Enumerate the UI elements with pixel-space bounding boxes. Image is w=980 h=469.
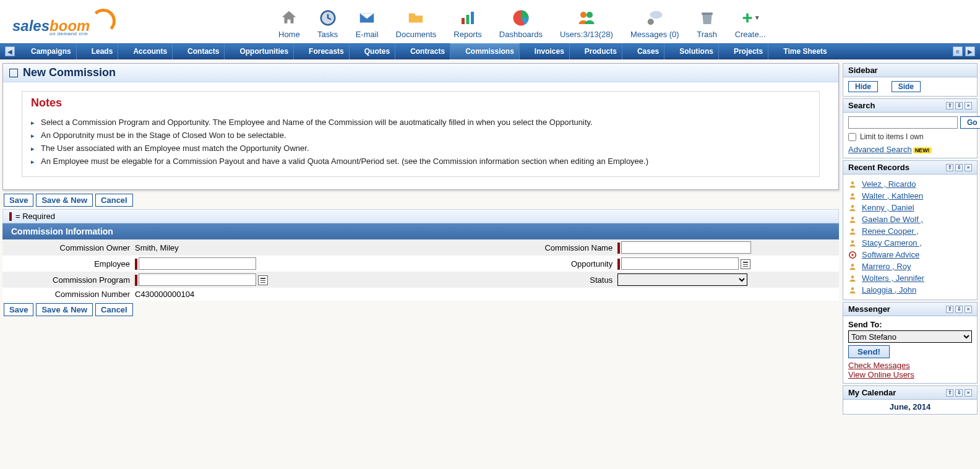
- recent-record-link[interactable]: Renee Cooper ,: [862, 226, 919, 236]
- limit-checkbox[interactable]: [848, 133, 856, 141]
- number-value: C430000000104: [132, 288, 355, 301]
- panel-pin-icon[interactable]: ⇩: [955, 306, 963, 313]
- recent-record-link[interactable]: Kenny , Daniel: [862, 203, 914, 212]
- recent-record-link[interactable]: Gaelan De Wolf ,: [862, 215, 923, 224]
- panel-up-icon[interactable]: ⇧: [946, 164, 953, 171]
- recent-record-link[interactable]: Velez , Ricardo: [862, 179, 916, 189]
- commission-name-input[interactable]: [621, 241, 751, 254]
- save-new-button[interactable]: Save & New: [36, 303, 93, 316]
- go-button[interactable]: Go: [960, 116, 980, 129]
- tab-opportunities[interactable]: Opportunities: [224, 43, 293, 59]
- recent-record-link[interactable]: Stacy Cameron ,: [862, 238, 922, 247]
- reports-icon: [457, 7, 478, 28]
- sidebar-search-title-text: Search: [848, 101, 875, 110]
- panel-close-icon[interactable]: ×: [965, 164, 972, 171]
- recent-record-item[interactable]: Laloggia , John: [848, 284, 972, 296]
- tab-time-sheets[interactable]: Time Sheets: [768, 43, 832, 59]
- nav-create[interactable]: ▼Create...: [735, 7, 766, 39]
- check-messages-link[interactable]: Check Messages: [848, 361, 972, 370]
- hide-button[interactable]: Hide: [848, 81, 878, 92]
- tab-invoices[interactable]: Invoices: [519, 43, 569, 59]
- program-lookup-icon[interactable]: [258, 275, 268, 285]
- status-select[interactable]: [617, 273, 747, 286]
- panel-up-icon[interactable]: ⇧: [946, 102, 953, 110]
- search-input[interactable]: [848, 116, 958, 129]
- recent-record-item[interactable]: Software Advice: [848, 249, 972, 260]
- tab-cases[interactable]: Cases: [622, 43, 664, 59]
- commission-title-icon: [9, 69, 18, 77]
- opportunity-input[interactable]: [621, 257, 739, 270]
- recent-record-link[interactable]: Laloggia , John: [862, 285, 916, 295]
- cancel-button[interactable]: Cancel: [95, 303, 133, 316]
- recent-record-item[interactable]: Wolters , Jennifer: [848, 272, 972, 284]
- nav-email[interactable]: E-mail: [356, 7, 379, 39]
- logo[interactable]: salesboom on demand crm: [12, 7, 118, 38]
- panel-pin-icon[interactable]: ⇩: [955, 164, 963, 171]
- panel-up-icon[interactable]: ⇧: [946, 389, 953, 397]
- nav-users[interactable]: Users:3/13(28): [560, 7, 613, 39]
- tab-solutions[interactable]: Solutions: [664, 43, 718, 59]
- nav-tasks[interactable]: Tasks: [317, 7, 338, 39]
- dashboards-icon: [510, 7, 531, 28]
- tab-campaigns[interactable]: Campaigns: [16, 43, 76, 59]
- tab-icon: [575, 48, 582, 55]
- recent-record-item[interactable]: Marrero , Roy: [848, 260, 972, 272]
- recent-record-item[interactable]: Kenny , Daniel: [848, 202, 972, 213]
- employee-input[interactable]: [139, 257, 256, 270]
- tab-products[interactable]: Products: [569, 43, 622, 59]
- cancel-button[interactable]: Cancel: [95, 194, 133, 207]
- panel-pin-icon[interactable]: ⇩: [955, 102, 963, 110]
- recent-record-link[interactable]: Marrero , Roy: [862, 262, 911, 271]
- recent-record-item[interactable]: Stacy Cameron ,: [848, 237, 972, 249]
- advanced-search-link[interactable]: Advanced Search: [848, 145, 912, 154]
- tab-quotes[interactable]: Quotes: [349, 43, 395, 59]
- note-item: An Employee must be elegable for a Commi…: [31, 155, 810, 168]
- email-icon: [356, 7, 377, 28]
- tab-contacts[interactable]: Contacts: [172, 43, 224, 59]
- limit-checkbox-label[interactable]: Limit to items I own: [848, 132, 972, 141]
- nav-reports[interactable]: Reports: [453, 7, 482, 39]
- send-button[interactable]: Send!: [848, 345, 890, 358]
- recent-record-item[interactable]: Walter , Kathleen: [848, 190, 972, 202]
- required-mark-icon: [9, 212, 12, 221]
- recent-record-link[interactable]: Walter , Kathleen: [862, 191, 923, 200]
- panel-close-icon[interactable]: ×: [965, 306, 972, 313]
- panel-up-icon[interactable]: ⇧: [946, 306, 953, 313]
- save-button[interactable]: Save: [4, 194, 33, 207]
- side-button[interactable]: Side: [892, 81, 921, 92]
- nav-dashboards[interactable]: Dashboards: [499, 7, 543, 39]
- tab-scroll-right[interactable]: ▶: [965, 46, 975, 56]
- recent-record-item[interactable]: Renee Cooper ,: [848, 225, 972, 237]
- panel-pin-icon[interactable]: ⇩: [955, 389, 963, 397]
- send-to-select[interactable]: Tom Stefano: [848, 330, 972, 343]
- tab-forecasts[interactable]: Forecasts: [293, 43, 349, 59]
- tab-projects[interactable]: Projects: [718, 43, 768, 59]
- recent-record-item[interactable]: Velez , Ricardo: [848, 178, 972, 190]
- recent-record-item[interactable]: Gaelan De Wolf ,: [848, 213, 972, 225]
- tab-more[interactable]: ≡: [953, 46, 963, 56]
- nav-trash[interactable]: Trash: [697, 7, 718, 39]
- logo-sales: sales: [12, 17, 49, 34]
- tab-leads[interactable]: Leads: [76, 43, 118, 59]
- panel-close-icon[interactable]: ×: [965, 389, 972, 397]
- sidebar-search-title: Search ⇧⇩×: [843, 98, 978, 113]
- nav-home[interactable]: Home: [278, 7, 300, 39]
- recent-record-link[interactable]: Software Advice: [862, 250, 919, 259]
- tab-accounts[interactable]: Accounts: [118, 43, 172, 59]
- view-online-link[interactable]: View Online Users: [848, 370, 972, 379]
- save-new-button[interactable]: Save & New: [36, 194, 93, 207]
- program-input[interactable]: [139, 273, 256, 286]
- tab-scroll-left[interactable]: ◀: [5, 46, 15, 56]
- recent-record-link[interactable]: Wolters , Jennifer: [862, 273, 924, 283]
- opportunity-lookup-icon[interactable]: [741, 259, 750, 269]
- tab-contracts[interactable]: Contracts: [395, 43, 450, 59]
- trash-icon: [697, 7, 718, 28]
- note-item: An Opporutnity must be in the Stage of C…: [31, 129, 810, 142]
- nav-messages[interactable]: Messages (0): [630, 7, 679, 39]
- nav-documents[interactable]: Documents: [396, 7, 437, 39]
- save-button[interactable]: Save: [4, 303, 33, 316]
- tab-commissions[interactable]: Commissions: [450, 43, 519, 59]
- sidebar-calendar-title-text: My Calendar: [848, 388, 896, 397]
- sidebar-recent-body: Velez , RicardoWalter , KathleenKenny , …: [843, 174, 978, 300]
- panel-close-icon[interactable]: ×: [965, 102, 972, 110]
